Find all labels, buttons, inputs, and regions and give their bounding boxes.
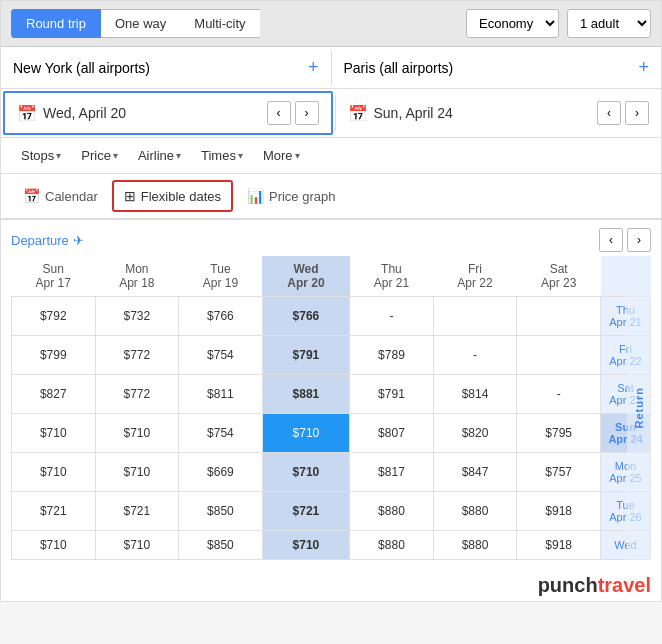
cell-2-6[interactable]: - bbox=[517, 375, 601, 414]
cell-2-0[interactable]: $827 bbox=[12, 375, 96, 414]
stops-filter[interactable]: Stops ▾ bbox=[13, 144, 69, 167]
cell-5-6[interactable]: $918 bbox=[517, 492, 601, 531]
return-date-field[interactable]: 📅 Sun, April 24 ‹ › bbox=[336, 93, 662, 133]
dep-date-prev[interactable]: ‹ bbox=[267, 101, 291, 125]
cell-1-3[interactable]: $791 bbox=[262, 336, 349, 375]
cell-6-4[interactable]: $880 bbox=[350, 531, 434, 560]
cell-0-2[interactable]: $766 bbox=[179, 297, 263, 336]
multicity-button[interactable]: Multi-city bbox=[180, 9, 259, 38]
cell-5-3[interactable]: $721 bbox=[262, 492, 349, 531]
return-text: Return bbox=[633, 387, 645, 428]
cell-6-2[interactable]: $850 bbox=[179, 531, 263, 560]
passengers-select[interactable]: 1 adult 2 adults bbox=[567, 9, 651, 38]
cell-4-6[interactable]: $757 bbox=[517, 453, 601, 492]
cell-1-2[interactable]: $754 bbox=[179, 336, 263, 375]
cell-2-2[interactable]: $811 bbox=[179, 375, 263, 414]
airline-filter[interactable]: Airline ▾ bbox=[130, 144, 189, 167]
ret-date-next[interactable]: › bbox=[625, 101, 649, 125]
cell-5-2[interactable]: $850 bbox=[179, 492, 263, 531]
trip-type-bar: Round trip One way Multi-city Economy Bu… bbox=[1, 1, 661, 47]
cell-0-4[interactable]: - bbox=[350, 297, 434, 336]
price-graph-tab[interactable]: 📊 Price graph bbox=[237, 182, 345, 210]
swap-button[interactable]: + bbox=[296, 47, 331, 88]
grid-icon: ⊞ bbox=[124, 188, 136, 204]
flexible-dates-label: Flexible dates bbox=[141, 189, 221, 204]
logo-travel: travel bbox=[598, 574, 651, 597]
filters-row: Stops ▾ Price ▾ Airline ▾ Times ▾ More ▾ bbox=[1, 138, 661, 174]
cell-6-0[interactable]: $710 bbox=[12, 531, 96, 560]
price-filter[interactable]: Price ▾ bbox=[73, 144, 126, 167]
cell-4-3[interactable]: $710 bbox=[262, 453, 349, 492]
times-filter[interactable]: Times ▾ bbox=[193, 144, 251, 167]
cell-0-6[interactable] bbox=[517, 297, 601, 336]
cell-0-1[interactable]: $732 bbox=[95, 297, 179, 336]
cell-3-4[interactable]: $807 bbox=[350, 414, 434, 453]
cell-6-6[interactable]: $918 bbox=[517, 531, 601, 560]
calendar-tab-icon: 📅 bbox=[23, 188, 40, 204]
calendar-tab[interactable]: 📅 Calendar bbox=[13, 182, 108, 210]
oneway-button[interactable]: One way bbox=[101, 9, 180, 38]
cell-3-3[interactable]: $710 bbox=[262, 414, 349, 453]
more-filter[interactable]: More ▾ bbox=[255, 144, 308, 167]
cell-4-4[interactable]: $817 bbox=[350, 453, 434, 492]
cell-6-5[interactable]: $880 bbox=[433, 531, 517, 560]
cell-1-5[interactable]: - bbox=[433, 336, 517, 375]
cell-5-4[interactable]: $880 bbox=[350, 492, 434, 531]
cell-6-3[interactable]: $710 bbox=[262, 531, 349, 560]
cell-5-0[interactable]: $721 bbox=[12, 492, 96, 531]
col-header-1: MonApr 18 bbox=[95, 256, 179, 297]
departure-row: Departure ✈ ‹ › bbox=[11, 220, 651, 256]
cell-3-5[interactable]: $820 bbox=[433, 414, 517, 453]
origin-input[interactable] bbox=[13, 60, 284, 76]
destination-input[interactable] bbox=[344, 60, 615, 76]
cell-1-4[interactable]: $789 bbox=[350, 336, 434, 375]
table-prev[interactable]: ‹ bbox=[599, 228, 623, 252]
cell-2-5[interactable]: $814 bbox=[433, 375, 517, 414]
cell-5-5[interactable]: $880 bbox=[433, 492, 517, 531]
add-destination-button[interactable]: + bbox=[626, 47, 661, 88]
col-header-4: ThuApr 21 bbox=[350, 256, 434, 297]
price-graph-label: Price graph bbox=[269, 189, 335, 204]
return-sidebar: Return bbox=[627, 256, 651, 560]
cabin-class-select[interactable]: Economy Business First bbox=[466, 9, 559, 38]
cell-2-4[interactable]: $791 bbox=[350, 375, 434, 414]
cell-2-3[interactable]: $881 bbox=[262, 375, 349, 414]
plane-icon: ✈ bbox=[73, 233, 84, 248]
ret-date-prev[interactable]: ‹ bbox=[597, 101, 621, 125]
cell-6-1[interactable]: $710 bbox=[95, 531, 179, 560]
cell-3-0[interactable]: $710 bbox=[12, 414, 96, 453]
cell-2-1[interactable]: $772 bbox=[95, 375, 179, 414]
cell-1-6[interactable] bbox=[517, 336, 601, 375]
calendar-tab-label: Calendar bbox=[45, 189, 98, 204]
cell-1-0[interactable]: $799 bbox=[12, 336, 96, 375]
departure-date-field[interactable]: 📅 Wed, April 20 ‹ › bbox=[3, 91, 333, 135]
col-header-0: SunApr 17 bbox=[12, 256, 96, 297]
cell-4-1[interactable]: $710 bbox=[95, 453, 179, 492]
cell-4-2[interactable]: $669 bbox=[179, 453, 263, 492]
flexible-dates-tab[interactable]: ⊞ Flexible dates bbox=[112, 180, 233, 212]
cell-5-1[interactable]: $721 bbox=[95, 492, 179, 531]
cell-0-3[interactable]: $766 bbox=[262, 297, 349, 336]
calendar-icon-2: 📅 bbox=[348, 104, 368, 123]
cell-4-0[interactable]: $710 bbox=[12, 453, 96, 492]
table-row: $710 $710 $669 $710 $817 $847 $757 MonAp… bbox=[12, 453, 651, 492]
cell-4-5[interactable]: $847 bbox=[433, 453, 517, 492]
cell-0-0[interactable]: $792 bbox=[12, 297, 96, 336]
calendar-icon: 📅 bbox=[17, 104, 37, 123]
table-row: $799 $772 $754 $791 $789 - FriApr 22 bbox=[12, 336, 651, 375]
departure-text: Departure bbox=[11, 233, 69, 248]
destination-field bbox=[332, 50, 627, 86]
roundtrip-button[interactable]: Round trip bbox=[11, 9, 101, 38]
table-row: $721 $721 $850 $721 $880 $880 $918 TueAp… bbox=[12, 492, 651, 531]
cell-0-5[interactable] bbox=[433, 297, 517, 336]
table-row: $827 $772 $811 $881 $791 $814 - SatApr 2… bbox=[12, 375, 651, 414]
cell-1-1[interactable]: $772 bbox=[95, 336, 179, 375]
cell-3-6[interactable]: $795 bbox=[517, 414, 601, 453]
table-nav: ‹ › bbox=[599, 228, 651, 252]
cell-3-2[interactable]: $754 bbox=[179, 414, 263, 453]
cell-3-1[interactable]: $710 bbox=[95, 414, 179, 453]
table-row: $710 $710 $850 $710 $880 $880 $918 Wed bbox=[12, 531, 651, 560]
return-date-label: Sun, April 24 bbox=[374, 105, 453, 121]
table-next[interactable]: › bbox=[627, 228, 651, 252]
dep-date-next[interactable]: › bbox=[295, 101, 319, 125]
